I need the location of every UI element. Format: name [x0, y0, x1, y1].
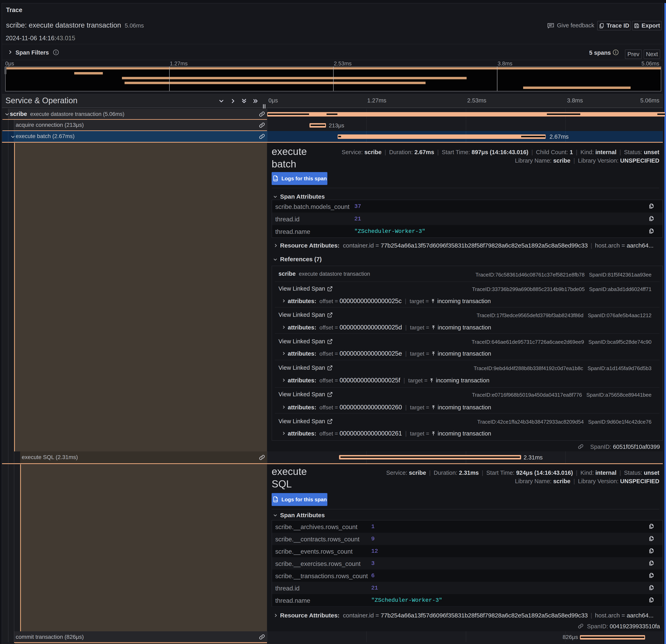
svg-text:LOG: LOG	[274, 178, 278, 180]
svg-text:LOG: LOG	[274, 500, 278, 502]
